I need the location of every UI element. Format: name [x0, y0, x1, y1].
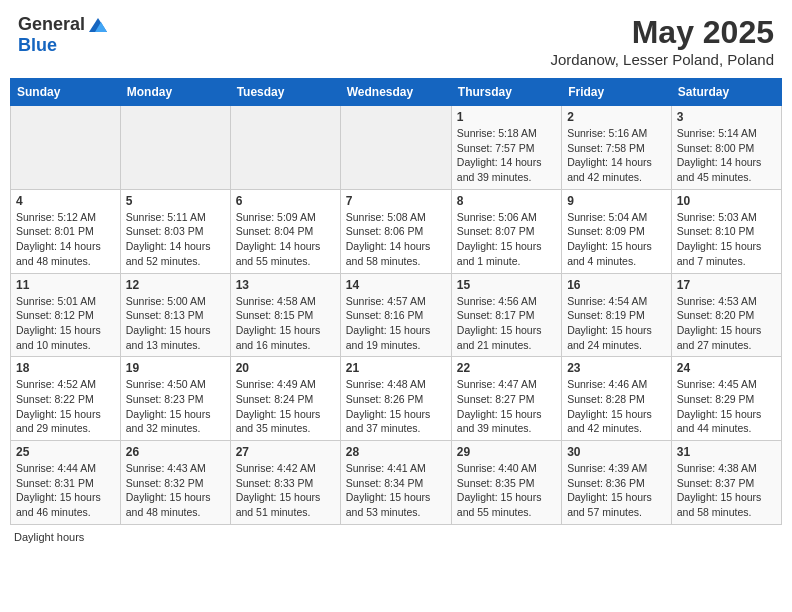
month-title: May 2025: [551, 14, 774, 51]
page-header: General Blue May 2025 Jordanow, Lesser P…: [10, 10, 782, 72]
logo-blue-text: Blue: [18, 35, 57, 55]
day-cell: 9Sunrise: 5:04 AM Sunset: 8:09 PM Daylig…: [562, 189, 672, 273]
day-cell: 21Sunrise: 4:48 AM Sunset: 8:26 PM Dayli…: [340, 357, 451, 441]
day-cell: [340, 106, 451, 190]
day-cell: 1Sunrise: 5:18 AM Sunset: 7:57 PM Daylig…: [451, 106, 561, 190]
header-cell-sunday: Sunday: [11, 79, 121, 106]
day-number: 11: [16, 278, 115, 292]
day-cell: 20Sunrise: 4:49 AM Sunset: 8:24 PM Dayli…: [230, 357, 340, 441]
day-info: Sunrise: 4:46 AM Sunset: 8:28 PM Dayligh…: [567, 377, 666, 436]
day-number: 20: [236, 361, 335, 375]
day-number: 6: [236, 194, 335, 208]
day-number: 19: [126, 361, 225, 375]
day-cell: [11, 106, 121, 190]
day-number: 3: [677, 110, 776, 124]
week-row-5: 25Sunrise: 4:44 AM Sunset: 8:31 PM Dayli…: [11, 441, 782, 525]
day-cell: 25Sunrise: 4:44 AM Sunset: 8:31 PM Dayli…: [11, 441, 121, 525]
day-info: Sunrise: 5:06 AM Sunset: 8:07 PM Dayligh…: [457, 210, 556, 269]
calendar-table: SundayMondayTuesdayWednesdayThursdayFrid…: [10, 78, 782, 525]
logo: General Blue: [18, 14, 109, 56]
header-cell-thursday: Thursday: [451, 79, 561, 106]
day-cell: 26Sunrise: 4:43 AM Sunset: 8:32 PM Dayli…: [120, 441, 230, 525]
day-number: 24: [677, 361, 776, 375]
day-number: 23: [567, 361, 666, 375]
day-cell: 17Sunrise: 4:53 AM Sunset: 8:20 PM Dayli…: [671, 273, 781, 357]
header-cell-tuesday: Tuesday: [230, 79, 340, 106]
week-row-3: 11Sunrise: 5:01 AM Sunset: 8:12 PM Dayli…: [11, 273, 782, 357]
day-info: Sunrise: 4:50 AM Sunset: 8:23 PM Dayligh…: [126, 377, 225, 436]
day-cell: 30Sunrise: 4:39 AM Sunset: 8:36 PM Dayli…: [562, 441, 672, 525]
day-number: 9: [567, 194, 666, 208]
day-cell: 16Sunrise: 4:54 AM Sunset: 8:19 PM Dayli…: [562, 273, 672, 357]
day-info: Sunrise: 5:01 AM Sunset: 8:12 PM Dayligh…: [16, 294, 115, 353]
day-cell: 12Sunrise: 5:00 AM Sunset: 8:13 PM Dayli…: [120, 273, 230, 357]
day-number: 8: [457, 194, 556, 208]
day-info: Sunrise: 5:16 AM Sunset: 7:58 PM Dayligh…: [567, 126, 666, 185]
day-cell: 15Sunrise: 4:56 AM Sunset: 8:17 PM Dayli…: [451, 273, 561, 357]
day-info: Sunrise: 4:45 AM Sunset: 8:29 PM Dayligh…: [677, 377, 776, 436]
day-info: Sunrise: 5:12 AM Sunset: 8:01 PM Dayligh…: [16, 210, 115, 269]
day-number: 28: [346, 445, 446, 459]
day-info: Sunrise: 5:08 AM Sunset: 8:06 PM Dayligh…: [346, 210, 446, 269]
day-cell: 10Sunrise: 5:03 AM Sunset: 8:10 PM Dayli…: [671, 189, 781, 273]
day-info: Sunrise: 4:42 AM Sunset: 8:33 PM Dayligh…: [236, 461, 335, 520]
day-number: 25: [16, 445, 115, 459]
day-number: 17: [677, 278, 776, 292]
day-info: Sunrise: 4:39 AM Sunset: 8:36 PM Dayligh…: [567, 461, 666, 520]
day-info: Sunrise: 4:47 AM Sunset: 8:27 PM Dayligh…: [457, 377, 556, 436]
day-cell: 5Sunrise: 5:11 AM Sunset: 8:03 PM Daylig…: [120, 189, 230, 273]
day-number: 1: [457, 110, 556, 124]
day-number: 16: [567, 278, 666, 292]
day-cell: 11Sunrise: 5:01 AM Sunset: 8:12 PM Dayli…: [11, 273, 121, 357]
day-cell: 19Sunrise: 4:50 AM Sunset: 8:23 PM Dayli…: [120, 357, 230, 441]
day-cell: 14Sunrise: 4:57 AM Sunset: 8:16 PM Dayli…: [340, 273, 451, 357]
day-info: Sunrise: 4:57 AM Sunset: 8:16 PM Dayligh…: [346, 294, 446, 353]
day-info: Sunrise: 4:49 AM Sunset: 8:24 PM Dayligh…: [236, 377, 335, 436]
day-cell: 23Sunrise: 4:46 AM Sunset: 8:28 PM Dayli…: [562, 357, 672, 441]
day-cell: 22Sunrise: 4:47 AM Sunset: 8:27 PM Dayli…: [451, 357, 561, 441]
logo-icon: [87, 14, 109, 36]
logo-general-text: General: [18, 15, 85, 35]
day-number: 18: [16, 361, 115, 375]
day-number: 4: [16, 194, 115, 208]
daylight-hours-label: Daylight hours: [14, 531, 84, 543]
week-row-4: 18Sunrise: 4:52 AM Sunset: 8:22 PM Dayli…: [11, 357, 782, 441]
calendar-header: SundayMondayTuesdayWednesdayThursdayFrid…: [11, 79, 782, 106]
day-number: 12: [126, 278, 225, 292]
calendar-body: 1Sunrise: 5:18 AM Sunset: 7:57 PM Daylig…: [11, 106, 782, 525]
day-cell: 24Sunrise: 4:45 AM Sunset: 8:29 PM Dayli…: [671, 357, 781, 441]
day-cell: 2Sunrise: 5:16 AM Sunset: 7:58 PM Daylig…: [562, 106, 672, 190]
title-block: May 2025 Jordanow, Lesser Poland, Poland: [551, 14, 774, 68]
day-info: Sunrise: 5:00 AM Sunset: 8:13 PM Dayligh…: [126, 294, 225, 353]
day-cell: 27Sunrise: 4:42 AM Sunset: 8:33 PM Dayli…: [230, 441, 340, 525]
day-info: Sunrise: 4:56 AM Sunset: 8:17 PM Dayligh…: [457, 294, 556, 353]
location-title: Jordanow, Lesser Poland, Poland: [551, 51, 774, 68]
day-info: Sunrise: 4:58 AM Sunset: 8:15 PM Dayligh…: [236, 294, 335, 353]
day-cell: 7Sunrise: 5:08 AM Sunset: 8:06 PM Daylig…: [340, 189, 451, 273]
day-cell: 4Sunrise: 5:12 AM Sunset: 8:01 PM Daylig…: [11, 189, 121, 273]
header-cell-friday: Friday: [562, 79, 672, 106]
day-number: 13: [236, 278, 335, 292]
day-number: 27: [236, 445, 335, 459]
day-info: Sunrise: 4:44 AM Sunset: 8:31 PM Dayligh…: [16, 461, 115, 520]
day-cell: 28Sunrise: 4:41 AM Sunset: 8:34 PM Dayli…: [340, 441, 451, 525]
day-info: Sunrise: 4:48 AM Sunset: 8:26 PM Dayligh…: [346, 377, 446, 436]
day-info: Sunrise: 5:11 AM Sunset: 8:03 PM Dayligh…: [126, 210, 225, 269]
day-info: Sunrise: 5:04 AM Sunset: 8:09 PM Dayligh…: [567, 210, 666, 269]
day-cell: 18Sunrise: 4:52 AM Sunset: 8:22 PM Dayli…: [11, 357, 121, 441]
day-info: Sunrise: 4:53 AM Sunset: 8:20 PM Dayligh…: [677, 294, 776, 353]
day-number: 2: [567, 110, 666, 124]
footer-note: Daylight hours: [10, 531, 782, 543]
day-cell: 8Sunrise: 5:06 AM Sunset: 8:07 PM Daylig…: [451, 189, 561, 273]
day-number: 21: [346, 361, 446, 375]
day-info: Sunrise: 5:18 AM Sunset: 7:57 PM Dayligh…: [457, 126, 556, 185]
day-number: 10: [677, 194, 776, 208]
header-cell-saturday: Saturday: [671, 79, 781, 106]
day-info: Sunrise: 5:09 AM Sunset: 8:04 PM Dayligh…: [236, 210, 335, 269]
day-cell: 13Sunrise: 4:58 AM Sunset: 8:15 PM Dayli…: [230, 273, 340, 357]
header-cell-monday: Monday: [120, 79, 230, 106]
week-row-1: 1Sunrise: 5:18 AM Sunset: 7:57 PM Daylig…: [11, 106, 782, 190]
day-info: Sunrise: 4:38 AM Sunset: 8:37 PM Dayligh…: [677, 461, 776, 520]
day-cell: 3Sunrise: 5:14 AM Sunset: 8:00 PM Daylig…: [671, 106, 781, 190]
day-number: 5: [126, 194, 225, 208]
